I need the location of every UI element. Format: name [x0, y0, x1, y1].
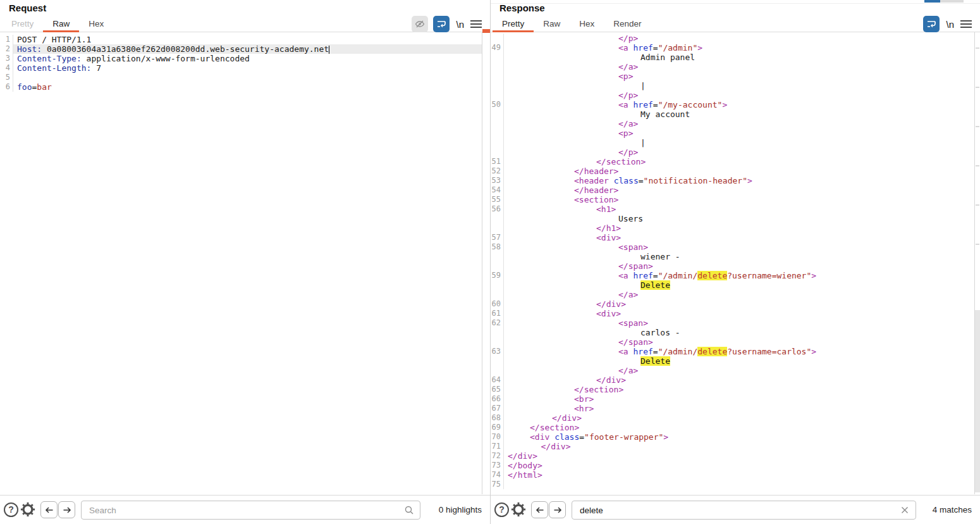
code-line[interactable]: 50<a href="/my-account">	[491, 100, 974, 109]
line-number: 53	[491, 176, 504, 185]
code-line[interactable]: Delete	[491, 280, 974, 290]
code-line[interactable]: 51</section>	[491, 157, 974, 166]
line-number	[491, 261, 504, 271]
code-line[interactable]: Admin panel	[491, 53, 974, 62]
code-line[interactable]: <p>	[491, 72, 974, 81]
tab-pretty[interactable]: Pretty	[2, 16, 43, 32]
line-number: 6	[0, 82, 13, 92]
newline-toggle-button[interactable]: \n	[455, 19, 465, 30]
code-line[interactable]: </p>	[491, 147, 974, 157]
code-line[interactable]: </p>	[491, 34, 974, 43]
code-line[interactable]: 6foo=bar	[0, 82, 482, 92]
code-line[interactable]: 71</div>	[491, 442, 974, 451]
word-wrap-button[interactable]	[923, 16, 940, 32]
previous-match-button[interactable]	[40, 501, 58, 518]
code-line[interactable]: 56<h1>	[491, 204, 974, 214]
code-line[interactable]: 5	[0, 73, 482, 82]
code-line[interactable]: 60</div>	[491, 299, 974, 309]
code-line[interactable]: Delete	[491, 356, 974, 366]
code-line[interactable]: 66<br>	[491, 394, 974, 404]
search-settings-gear-icon[interactable]	[20, 502, 35, 517]
response-tab-bar: PrettyRawHexRender	[491, 16, 980, 32]
response-search-input[interactable]	[572, 501, 916, 520]
code-line[interactable]: </a>	[491, 290, 974, 299]
code-line[interactable]: 68</div>	[491, 413, 974, 423]
next-match-button[interactable]	[549, 501, 566, 518]
tab-hex[interactable]: Hex	[570, 16, 604, 32]
line-number: 3	[0, 54, 13, 63]
code-line[interactable]: </a>	[491, 62, 974, 72]
code-line[interactable]: 73</body>	[491, 461, 974, 470]
line-number	[491, 147, 504, 157]
code-line[interactable]: </h1>	[491, 223, 974, 233]
tab-raw[interactable]: Raw	[43, 16, 79, 32]
code-line[interactable]: </a>	[491, 366, 974, 375]
code-line[interactable]: </p>	[491, 90, 974, 100]
code-line[interactable]: |	[491, 81, 974, 90]
line-number	[491, 337, 504, 347]
line-number: 2	[0, 44, 13, 54]
search-settings-gear-icon[interactable]	[511, 502, 526, 517]
code-line[interactable]: 57<div>	[491, 233, 974, 242]
code-line[interactable]: </span>	[491, 337, 974, 347]
search-help-button[interactable]: ?	[494, 502, 509, 517]
code-line[interactable]: wiener -	[491, 252, 974, 261]
word-wrap-button[interactable]	[433, 16, 450, 32]
request-search-input[interactable]	[81, 501, 420, 520]
code-line[interactable]: 58<span>	[491, 242, 974, 252]
code-line[interactable]: 4Content-Length: 7	[0, 63, 482, 73]
search-help-button[interactable]: ?	[4, 502, 18, 517]
code-line[interactable]: 55<section>	[491, 195, 974, 204]
code-line[interactable]: 53<header class="notification-header">	[491, 176, 974, 185]
response-search-bar: ?	[491, 495, 980, 524]
code-line[interactable]: 54</header>	[491, 185, 974, 195]
request-editor[interactable]: 1POST / HTTP/1.12Host: 0a08003604a31a638…	[0, 32, 482, 494]
editor-menu-button[interactable]	[960, 20, 972, 28]
code-line[interactable]: 64</div>	[491, 375, 974, 385]
previous-match-button[interactable]	[531, 501, 548, 518]
code-line[interactable]: My account	[491, 109, 974, 119]
code-line[interactable]: 72</div>	[491, 451, 974, 461]
hide-matches-button[interactable]	[412, 16, 428, 32]
request-search-field-wrap	[81, 501, 420, 520]
code-line[interactable]: 3Content-Type: application/x-www-form-ur…	[0, 54, 482, 63]
code-line[interactable]: 62<span>	[491, 318, 974, 328]
code-line[interactable]: Users	[491, 214, 974, 223]
arrow-right-icon	[553, 505, 563, 515]
code-line[interactable]: 49<a href="/admin">	[491, 43, 974, 53]
code-line[interactable]: 52</header>	[491, 166, 974, 176]
next-match-button[interactable]	[58, 501, 75, 518]
code-line[interactable]: 2Host: 0a08003604a31a6380ef262d008200dd.…	[0, 44, 482, 54]
code-line[interactable]: 1POST / HTTP/1.1	[0, 35, 482, 44]
code-line[interactable]: </span>	[491, 261, 974, 271]
clear-search-icon[interactable]	[900, 505, 910, 515]
code-line[interactable]: 75	[491, 480, 974, 489]
scroll-tick	[976, 165, 979, 166]
line-number: 70	[491, 432, 504, 442]
newline-toggle-button[interactable]: \n	[945, 19, 955, 30]
code-line[interactable]: 63<a href="/admin/delete?username=carlos…	[491, 347, 974, 356]
code-line[interactable]: 70<div class="footer-wrapper">	[491, 432, 974, 442]
scrollbar-thumb[interactable]	[975, 310, 980, 492]
code-line[interactable]: 61<div>	[491, 309, 974, 318]
code-line[interactable]: 65</section>	[491, 385, 974, 394]
code-line[interactable]: </a>	[491, 119, 974, 128]
tab-raw[interactable]: Raw	[534, 16, 570, 32]
tab-hex[interactable]: Hex	[79, 16, 113, 32]
line-number: 69	[491, 423, 504, 432]
response-editor[interactable]: </p>49<a href="/admin">Admin panel</a><p…	[491, 32, 975, 494]
clipped-toolbar-remnant-blue	[924, 0, 940, 3]
code-line[interactable]: |	[491, 138, 974, 147]
code-line[interactable]: <p>	[491, 128, 974, 138]
tab-render[interactable]: Render	[604, 16, 651, 32]
tab-pretty[interactable]: Pretty	[493, 16, 534, 32]
line-number	[491, 62, 504, 72]
response-scrollbar	[975, 32, 980, 494]
code-line[interactable]: 74</html>	[491, 470, 974, 480]
request-search-bar: ?	[0, 495, 490, 524]
code-line[interactable]: carlos -	[491, 328, 974, 337]
editor-menu-button[interactable]	[470, 20, 482, 28]
code-line[interactable]: 69</section>	[491, 423, 974, 432]
code-line[interactable]: 67<hr>	[491, 404, 974, 413]
code-line[interactable]: 59<a href="/admin/delete?username=wiener…	[491, 271, 974, 280]
